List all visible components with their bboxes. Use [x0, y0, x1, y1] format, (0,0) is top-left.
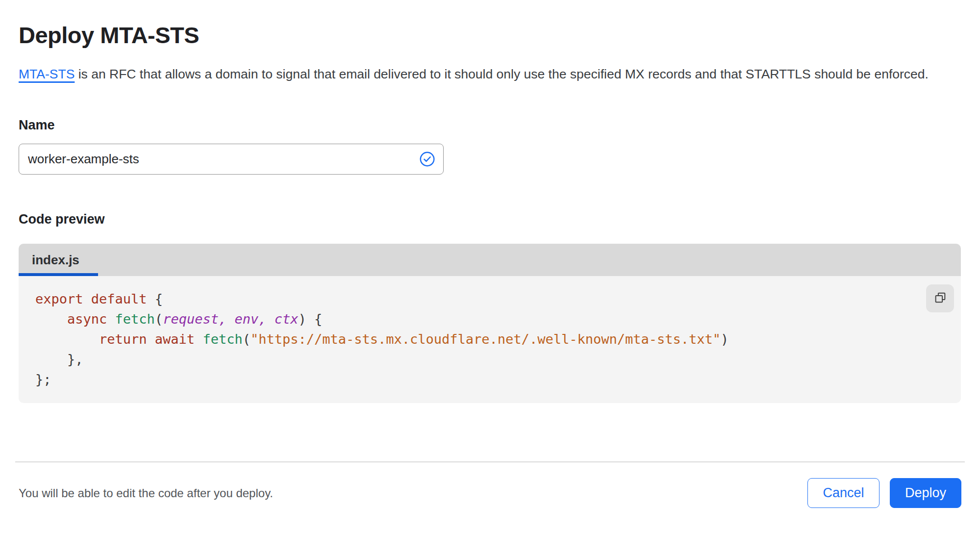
cancel-button[interactable]: Cancel — [807, 478, 879, 508]
page-title: Deploy MTA-STS — [19, 22, 961, 49]
footer-note: You will be able to edit the code after … — [19, 486, 273, 500]
code-editor-area: export default { async fetch(request, en… — [19, 276, 961, 403]
name-input-container — [19, 144, 444, 175]
tab-index-js[interactable]: index.js — [19, 244, 110, 276]
name-input[interactable] — [28, 152, 419, 167]
code-preview-label: Code preview — [19, 212, 961, 227]
mta-sts-link[interactable]: MTA-STS — [19, 67, 75, 81]
tab-label: index.js — [32, 253, 79, 268]
copy-icon — [933, 291, 947, 306]
copy-code-button[interactable] — [926, 284, 954, 312]
name-label: Name — [19, 118, 961, 133]
description-body: is an RFC that allows a domain to signal… — [75, 67, 929, 81]
footer-divider — [15, 461, 965, 462]
code-tab-bar: index.js — [19, 244, 961, 276]
code-preview-panel: index.js export default { async fetch(re… — [19, 244, 961, 403]
check-circle-icon — [419, 151, 435, 167]
code-block: export default { async fetch(request, en… — [35, 289, 961, 389]
footer: You will be able to edit the code after … — [0, 478, 980, 508]
deploy-button[interactable]: Deploy — [890, 478, 961, 508]
deploy-mta-sts-page: Deploy MTA-STS MTA-STS is an RFC that al… — [0, 22, 980, 403]
footer-actions: Cancel Deploy — [807, 478, 961, 508]
description-text: MTA-STS is an RFC that allows a domain t… — [19, 63, 955, 85]
